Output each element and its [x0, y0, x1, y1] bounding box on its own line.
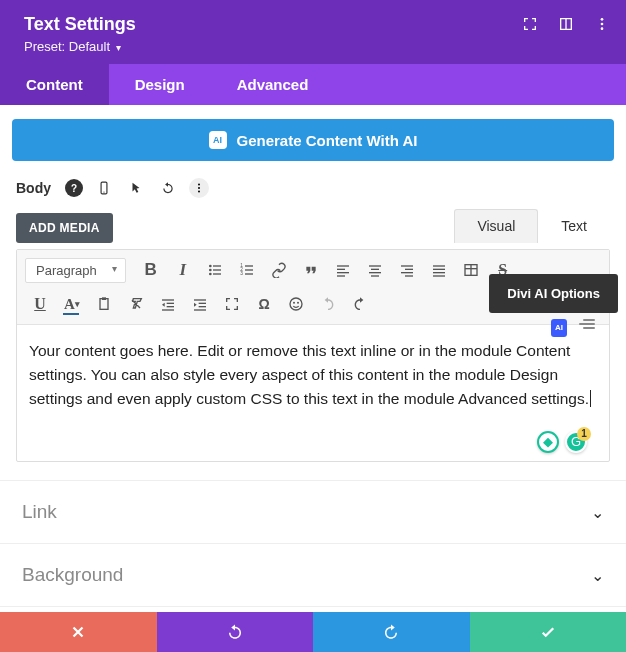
svg-rect-47	[199, 306, 206, 307]
table-button[interactable]	[456, 256, 486, 284]
inline-menu-icon[interactable]	[577, 319, 595, 337]
editor-view-tabs: Visual Text	[454, 209, 610, 243]
emoji-button[interactable]	[281, 290, 311, 318]
modal-header: Text Settings Preset: Default ▾	[0, 0, 626, 64]
generate-ai-button[interactable]: AI Generate Content With AI	[12, 119, 614, 161]
svg-point-8	[209, 265, 212, 268]
modal-footer	[0, 612, 626, 652]
italic-button[interactable]: I	[168, 256, 198, 284]
text-tab[interactable]: Text	[538, 209, 610, 243]
svg-rect-19	[245, 273, 253, 274]
body-label: Body	[16, 180, 51, 196]
svg-rect-21	[337, 269, 345, 270]
svg-point-50	[293, 302, 295, 304]
svg-rect-35	[433, 275, 445, 276]
editor-content[interactable]: AI Your content goes here. Edit or remov…	[17, 325, 609, 461]
svg-rect-41	[162, 299, 174, 300]
redo-footer-button[interactable]	[313, 612, 470, 652]
svg-rect-27	[371, 275, 379, 276]
body-field-header: Body ?	[16, 177, 614, 199]
add-media-button[interactable]: ADD MEDIA	[16, 213, 113, 243]
svg-point-51	[297, 302, 299, 304]
svg-point-2	[601, 27, 604, 30]
align-justify-button[interactable]	[424, 256, 454, 284]
svg-rect-11	[213, 269, 221, 270]
visual-tab[interactable]: Visual	[454, 209, 538, 243]
link-button[interactable]	[264, 256, 294, 284]
cancel-button[interactable]	[0, 612, 157, 652]
underline-button[interactable]: U	[25, 290, 55, 318]
redo-button[interactable]	[345, 290, 375, 318]
editor-text: Your content goes here. Edit or remove t…	[29, 342, 589, 407]
svg-rect-42	[167, 303, 174, 304]
background-label: Background	[22, 564, 123, 586]
link-label: Link	[22, 501, 57, 523]
svg-rect-33	[433, 269, 445, 270]
svg-rect-15	[245, 265, 253, 266]
save-button[interactable]	[470, 612, 627, 652]
body-more-icon[interactable]	[189, 178, 209, 198]
number-list-button[interactable]: 123	[232, 256, 262, 284]
svg-rect-39	[100, 299, 108, 310]
bold-button[interactable]: B	[136, 256, 166, 284]
tab-design[interactable]: Design	[109, 64, 211, 105]
svg-rect-22	[337, 272, 349, 273]
fullscreen-button[interactable]	[217, 290, 247, 318]
align-center-button[interactable]	[360, 256, 390, 284]
align-right-button[interactable]	[392, 256, 422, 284]
grammarly-icon[interactable]: G1	[565, 431, 587, 453]
svg-rect-46	[199, 303, 206, 304]
preset-selector[interactable]: Preset: Default ▾	[24, 39, 602, 54]
undo-button[interactable]	[313, 290, 343, 318]
ai-inline-button[interactable]: AI	[551, 319, 567, 337]
phone-icon[interactable]	[93, 177, 115, 199]
reset-icon[interactable]	[157, 177, 179, 199]
svg-rect-23	[337, 275, 345, 276]
svg-point-1	[601, 23, 604, 26]
svg-rect-30	[401, 272, 413, 273]
expand-icon[interactable]	[522, 16, 538, 36]
special-char-button[interactable]: Ω	[249, 290, 279, 318]
ai-options-tooltip: Divi AI Options	[489, 274, 618, 313]
help-icon[interactable]: ?	[65, 179, 83, 197]
assistant-icon[interactable]: ◆	[537, 431, 559, 453]
preset-prefix: Preset:	[24, 39, 65, 54]
svg-point-5	[198, 184, 200, 186]
svg-point-0	[601, 18, 604, 21]
columns-icon[interactable]	[558, 16, 574, 36]
chevron-down-icon: ⌄	[591, 566, 604, 585]
ai-badge-icon: AI	[209, 131, 227, 149]
tab-content[interactable]: Content	[0, 64, 109, 105]
link-section[interactable]: Link ⌄	[0, 480, 626, 543]
caret-down-icon: ▾	[116, 42, 121, 53]
clear-format-button[interactable]	[121, 290, 151, 318]
svg-rect-31	[405, 275, 413, 276]
background-section[interactable]: Background ⌄	[0, 543, 626, 606]
svg-point-7	[198, 191, 200, 193]
svg-rect-9	[213, 265, 221, 266]
paste-button[interactable]	[89, 290, 119, 318]
hover-icon[interactable]	[125, 177, 147, 199]
svg-rect-34	[433, 272, 445, 273]
svg-point-49	[290, 298, 302, 310]
svg-text:3: 3	[240, 271, 243, 276]
svg-rect-29	[405, 269, 413, 270]
outdent-button[interactable]	[153, 290, 183, 318]
grammarly-widget[interactable]: ◆ G1	[537, 431, 587, 453]
svg-point-6	[198, 187, 200, 189]
more-vert-icon[interactable]	[594, 16, 610, 36]
svg-point-12	[209, 273, 212, 276]
svg-rect-20	[337, 265, 349, 266]
indent-button[interactable]	[185, 290, 215, 318]
undo-footer-button[interactable]	[157, 612, 314, 652]
format-select[interactable]: Paragraph	[25, 258, 126, 283]
tab-advanced[interactable]: Advanced	[211, 64, 335, 105]
align-left-button[interactable]	[328, 256, 358, 284]
quote-button[interactable]	[296, 256, 326, 284]
svg-point-10	[209, 269, 212, 272]
text-color-button[interactable]: A ▾	[57, 290, 87, 318]
svg-rect-43	[167, 306, 174, 307]
svg-rect-32	[433, 265, 445, 266]
svg-rect-24	[369, 265, 381, 266]
bullet-list-button[interactable]	[200, 256, 230, 284]
